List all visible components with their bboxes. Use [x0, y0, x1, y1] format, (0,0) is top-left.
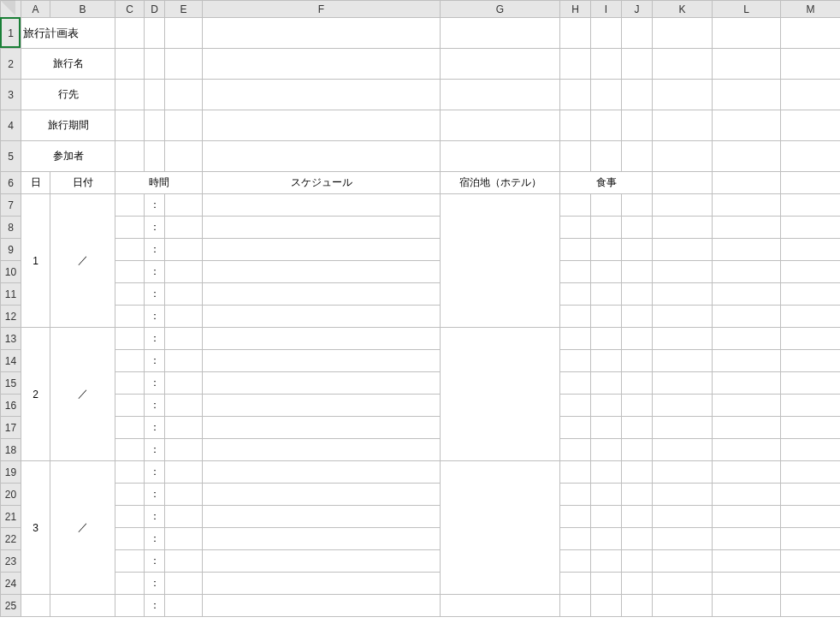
cell[interactable] [781, 461, 841, 484]
cell[interactable] [781, 372, 841, 395]
cell[interactable] [50, 595, 115, 617]
cell[interactable] [591, 217, 622, 239]
cell[interactable] [165, 506, 203, 528]
cell[interactable] [591, 306, 622, 328]
cell[interactable] [115, 261, 145, 283]
cell[interactable] [560, 306, 591, 328]
row-header[interactable]: 15 [1, 372, 21, 395]
cell[interactable] [165, 217, 203, 239]
cell[interactable] [441, 595, 560, 617]
cell[interactable] [781, 49, 841, 80]
cell[interactable] [653, 595, 713, 617]
cell[interactable] [115, 283, 145, 306]
cell[interactable] [165, 350, 203, 372]
label-destination[interactable]: 行先 [21, 80, 115, 110]
time-colon[interactable]: ： [145, 350, 165, 372]
cell[interactable] [165, 306, 203, 328]
cell[interactable] [115, 461, 145, 484]
cell[interactable] [115, 350, 145, 372]
cell[interactable] [713, 306, 781, 328]
cell[interactable] [115, 439, 145, 461]
cell[interactable] [441, 18, 560, 49]
cell[interactable] [560, 261, 591, 283]
header-date[interactable]: 日付 [50, 172, 115, 194]
cell[interactable] [560, 328, 591, 350]
cell[interactable] [591, 595, 622, 617]
cell[interactable] [713, 261, 781, 283]
cell[interactable] [165, 18, 203, 49]
cell[interactable] [145, 18, 165, 49]
cell[interactable] [560, 217, 591, 239]
time-colon[interactable]: ： [145, 550, 165, 573]
cell[interactable] [591, 550, 622, 573]
cell[interactable] [653, 372, 713, 395]
cell[interactable] [653, 110, 713, 141]
cell[interactable] [713, 172, 781, 194]
row-header[interactable]: 3 [1, 80, 21, 110]
cell[interactable] [622, 461, 653, 484]
col-header[interactable]: D [145, 1, 165, 18]
cell[interactable] [653, 80, 713, 110]
cell[interactable] [653, 484, 713, 506]
time-colon[interactable]: ： [145, 239, 165, 261]
cell[interactable] [165, 110, 203, 141]
cell[interactable] [713, 49, 781, 80]
time-colon[interactable]: ： [145, 461, 165, 484]
cell[interactable] [165, 439, 203, 461]
cell[interactable] [560, 141, 591, 172]
cell[interactable] [653, 194, 713, 217]
cell[interactable] [622, 18, 653, 49]
col-header[interactable]: F [203, 1, 441, 18]
col-header[interactable]: E [165, 1, 203, 18]
cell[interactable] [781, 261, 841, 283]
cell[interactable] [653, 350, 713, 372]
col-header[interactable]: K [653, 1, 713, 18]
cell[interactable] [713, 239, 781, 261]
row-header[interactable]: 20 [1, 484, 21, 506]
cell[interactable] [165, 194, 203, 217]
cell[interactable] [165, 595, 203, 617]
cell[interactable] [203, 439, 441, 461]
cell[interactable] [591, 283, 622, 306]
row-header[interactable]: 5 [1, 141, 21, 172]
cell[interactable] [781, 439, 841, 461]
cell[interactable] [653, 49, 713, 80]
cell[interactable] [622, 350, 653, 372]
cell[interactable] [591, 110, 622, 141]
cell[interactable] [560, 595, 591, 617]
cell[interactable] [115, 194, 145, 217]
cell[interactable] [591, 350, 622, 372]
cell[interactable] [622, 528, 653, 550]
cell[interactable] [203, 80, 441, 110]
cell[interactable] [653, 417, 713, 439]
cell[interactable] [115, 395, 145, 417]
time-colon[interactable]: ： [145, 306, 165, 328]
cell[interactable] [560, 439, 591, 461]
cell[interactable] [622, 595, 653, 617]
cell[interactable] [713, 573, 781, 595]
col-header[interactable]: B [50, 1, 115, 18]
cell[interactable] [653, 239, 713, 261]
cell[interactable] [781, 484, 841, 506]
cell[interactable] [591, 417, 622, 439]
time-colon[interactable]: ： [145, 528, 165, 550]
cell[interactable] [145, 49, 165, 80]
cell[interactable] [203, 328, 441, 350]
cell[interactable] [653, 283, 713, 306]
col-header[interactable]: M [781, 1, 841, 18]
row-header[interactable]: 10 [1, 261, 21, 283]
lodging-cell[interactable] [441, 461, 560, 595]
header-meal[interactable]: 食事 [560, 172, 653, 194]
cell[interactable] [203, 141, 441, 172]
cell[interactable] [203, 239, 441, 261]
row-header[interactable]: 21 [1, 506, 21, 528]
cell[interactable] [653, 395, 713, 417]
cell[interactable] [622, 573, 653, 595]
cell[interactable] [653, 141, 713, 172]
cell[interactable] [781, 239, 841, 261]
cell[interactable] [781, 528, 841, 550]
cell[interactable] [145, 110, 165, 141]
cell[interactable] [203, 461, 441, 484]
cell[interactable] [203, 194, 441, 217]
lodging-cell[interactable] [441, 194, 560, 328]
